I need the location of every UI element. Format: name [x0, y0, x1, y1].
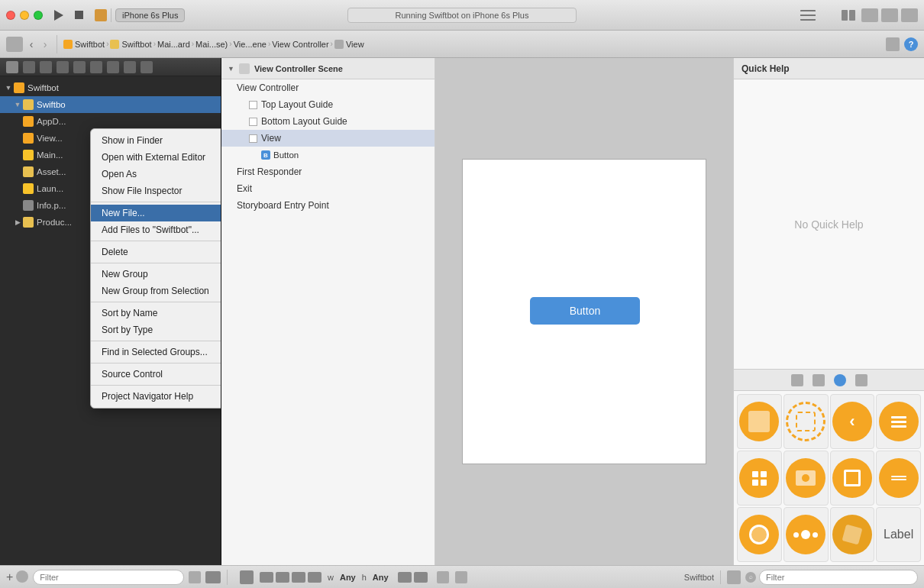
scene-item-bottomlayout[interactable]: Bottom Layout Guide — [221, 113, 435, 130]
sidebar-item-appdelegate[interactable]: AppD... — [0, 113, 221, 130]
layout-icon-3[interactable] — [437, 571, 449, 583]
history-tab-icon[interactable] — [855, 374, 867, 386]
clock-icon[interactable] — [189, 571, 201, 583]
breadcrumb-swiftbot2[interactable]: Swiftbot — [110, 40, 151, 49]
sidebar-filter-input[interactable] — [33, 570, 184, 585]
cm-open-external[interactable]: Open with External Editor — [91, 149, 221, 166]
recent-icon[interactable] — [16, 570, 28, 583]
breadcrumb-swiftbot1[interactable]: Swiftbot — [63, 40, 105, 49]
cm-new-file[interactable]: New File... — [91, 205, 221, 221]
breakpoint-icon[interactable] — [124, 61, 136, 73]
file-inspector-icon[interactable] — [886, 37, 900, 51]
object-library-filter-input[interactable] — [759, 570, 918, 585]
canvas-button[interactable]: Button — [530, 297, 640, 325]
icon-cell-5[interactable] — [737, 451, 782, 506]
layout-icon-1[interactable] — [398, 572, 412, 583]
icon-cell-8[interactable] — [876, 451, 921, 506]
file-tab-icon[interactable] — [791, 374, 803, 386]
code-tab-icon[interactable] — [813, 374, 825, 386]
scene-item-toplayout[interactable]: Top Layout Guide — [221, 96, 435, 113]
icon-cell-11[interactable] — [830, 507, 875, 562]
icon-cell-10[interactable] — [783, 507, 829, 562]
add-button[interactable]: + — [6, 570, 13, 584]
icon-cell-7[interactable] — [830, 451, 875, 506]
panel-toggle-left[interactable] — [861, 8, 878, 22]
size-icon-3[interactable] — [292, 572, 305, 583]
back-icon[interactable]: ‹ — [26, 37, 37, 52]
scene-item-label: View — [261, 133, 281, 144]
run-button[interactable] — [52, 8, 66, 22]
circle-icon-8 — [879, 458, 919, 498]
hamburger-icon[interactable] — [800, 10, 816, 21]
forward-icon[interactable]: › — [40, 37, 50, 52]
breadcrumb-maiard[interactable]: Mai...ard — [157, 40, 190, 49]
quick-help-icon[interactable]: ? — [904, 37, 918, 51]
cm-new-group-from-selection[interactable]: New Group from Selection — [91, 283, 221, 299]
debug-icon[interactable] — [107, 61, 119, 73]
cm-separator — [91, 363, 221, 363]
navigator-icon[interactable] — [6, 37, 23, 52]
layout-icon-2[interactable] — [414, 572, 428, 583]
cm-project-navigator-help[interactable]: Project Navigator Help — [91, 388, 221, 405]
symbol-icon[interactable] — [40, 61, 52, 73]
cm-add-files[interactable]: Add Files to "Swiftbot"... — [91, 221, 221, 238]
issue-icon[interactable] — [73, 61, 86, 73]
size-icon-4[interactable] — [308, 572, 321, 583]
cm-find-in-selected-groups[interactable]: Find in Selected Groups... — [91, 344, 221, 360]
back-forward-icon[interactable] — [842, 10, 855, 21]
icon-cell-4[interactable] — [876, 394, 921, 449]
close-button[interactable] — [6, 11, 15, 20]
find-icon[interactable] — [57, 61, 69, 73]
warning-icon[interactable] — [822, 10, 835, 21]
cm-show-file-inspector[interactable]: Show File Inspector — [91, 183, 221, 199]
test-icon[interactable] — [90, 61, 102, 73]
cm-show-in-finder[interactable]: Show in Finder — [91, 132, 221, 149]
scene-item-button[interactable]: B Button — [221, 147, 435, 163]
cm-open-as[interactable]: Open As — [91, 166, 221, 183]
source-control-icon[interactable] — [23, 61, 35, 73]
breadcrumb-vieene[interactable]: Vie...ene — [234, 40, 267, 49]
icon-cell-6[interactable] — [783, 451, 829, 506]
breadcrumb-viewcontroller[interactable]: View Controller — [272, 40, 328, 49]
device-selector[interactable]: iPhone 6s Plus — [115, 8, 185, 22]
inspector-toggle-icon[interactable] — [727, 570, 741, 584]
folder-icon[interactable] — [6, 61, 18, 73]
breadcrumb-view[interactable]: View — [334, 40, 364, 49]
layout-icon-4[interactable] — [455, 571, 467, 583]
cm-new-group[interactable]: New Group — [91, 266, 221, 283]
icon-cell-1[interactable] — [737, 394, 782, 449]
scene-item-label: First Responder — [237, 166, 302, 177]
cm-source-control[interactable]: Source Control — [91, 366, 221, 383]
size-icon-2[interactable] — [276, 572, 289, 583]
icon-cell-9[interactable] — [737, 507, 782, 562]
panel-toggle-bottom[interactable] — [881, 8, 898, 22]
width-label: w — [328, 573, 334, 582]
icon-cell-label[interactable]: Label — [876, 507, 921, 562]
sidebar-item-swiftbot[interactable]: ▼ Swiftbot — [0, 79, 221, 96]
cm-delete[interactable]: Delete — [91, 244, 221, 260]
stop-button[interactable] — [72, 8, 86, 22]
breadcrumb-maise[interactable]: Mai...se) — [195, 40, 228, 49]
scene-disclosure-icon[interactable]: ▼ — [228, 65, 234, 73]
report-icon[interactable] — [141, 61, 153, 73]
cm-sort-by-name[interactable]: Sort by Name — [91, 305, 221, 321]
help-tab-icon[interactable] — [834, 374, 846, 386]
sidebar-item-swiftbo-folder[interactable]: ▼ Swiftbo — [0, 96, 221, 113]
scene-item-exit[interactable]: Exit — [221, 180, 435, 197]
scene-item-storyboard-entry[interactable]: Storyboard Entry Point — [221, 197, 435, 214]
icon-cell-2[interactable] — [783, 394, 829, 449]
scene-item-first-responder[interactable]: First Responder — [221, 163, 435, 180]
fullscreen-button[interactable] — [34, 11, 43, 20]
scene-item-view[interactable]: View — [221, 130, 435, 147]
cm-sort-by-type[interactable]: Sort by Type — [91, 321, 221, 338]
scene-item-viewcontroller[interactable]: View Controller — [221, 79, 435, 96]
grid-icon[interactable] — [205, 571, 221, 583]
sidebar: ▼ Swiftbot ▼ Swiftbo AppD... View... Mai… — [0, 58, 221, 565]
icon-cell-3[interactable]: ‹ — [830, 394, 875, 449]
scene-item-label: Button — [273, 150, 299, 160]
canvas-size-icon[interactable] — [240, 570, 254, 584]
size-icon-1[interactable] — [260, 572, 273, 583]
panel-toggle-right[interactable] — [901, 8, 918, 22]
status-bar: Running Swiftbot on iPhone 6s Plus — [347, 8, 577, 23]
minimize-button[interactable] — [20, 11, 29, 20]
